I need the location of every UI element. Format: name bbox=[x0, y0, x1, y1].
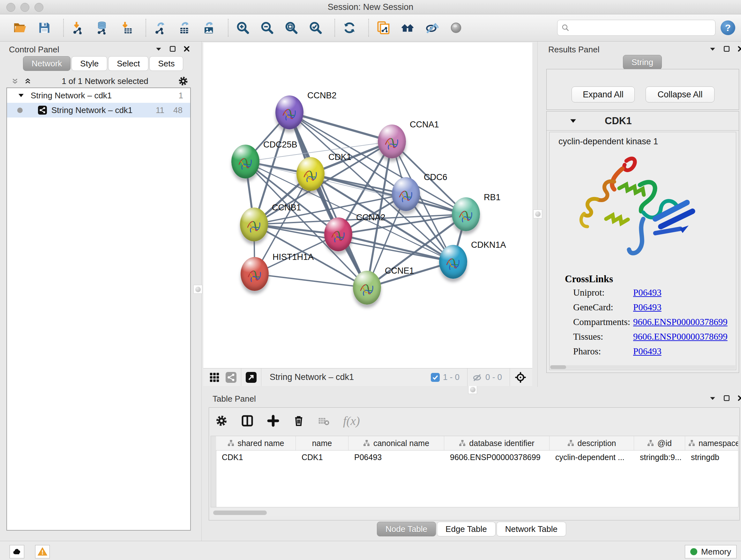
cloud-button[interactable] bbox=[10, 545, 24, 558]
column-header--id[interactable]: @id bbox=[634, 436, 685, 450]
home-networks-icon[interactable] bbox=[400, 20, 415, 36]
export-image-icon[interactable] bbox=[201, 20, 217, 36]
close-panel-icon[interactable] bbox=[737, 45, 741, 52]
network-node-RB1[interactable] bbox=[452, 197, 480, 231]
table-cell[interactable]: CDK1 bbox=[296, 450, 348, 464]
tab-style[interactable]: Style bbox=[71, 56, 107, 71]
tab-node-table[interactable]: Node Table bbox=[377, 522, 436, 537]
crosslink-link[interactable]: 9606.ENSP00000378699 bbox=[633, 331, 728, 346]
open-session-icon[interactable] bbox=[12, 20, 28, 36]
export-network-icon[interactable] bbox=[152, 20, 169, 36]
table-options-gear-icon[interactable] bbox=[215, 415, 227, 427]
network-canvas[interactable]: CCNB2CCNA1CDC25BCDK1CDC6RB1CCNB1CCNA2CDK… bbox=[203, 43, 532, 368]
maximize-panel-icon[interactable] bbox=[169, 45, 176, 52]
crosslink-link[interactable]: P06493 bbox=[633, 302, 662, 317]
network-collection-row[interactable]: String Network – cdk1 1 bbox=[7, 88, 190, 103]
close-panel-icon[interactable] bbox=[183, 45, 190, 52]
table-cell[interactable]: CDK1 bbox=[216, 450, 296, 464]
import-table-icon[interactable] bbox=[119, 20, 135, 36]
table-cell[interactable]: stringdb bbox=[685, 450, 738, 464]
table-cell[interactable]: stringdb:9... bbox=[634, 450, 685, 464]
details-scrollbar[interactable] bbox=[550, 365, 735, 369]
left-splitter-handle[interactable] bbox=[193, 285, 202, 294]
table-horizontal-scrollbar[interactable] bbox=[211, 509, 738, 516]
help-icon[interactable]: ? bbox=[721, 20, 735, 35]
show-columns-icon[interactable] bbox=[241, 415, 254, 427]
crosslink-link[interactable]: 9606.ENSP00000378699 bbox=[633, 317, 728, 331]
crosslink-link[interactable]: P06493 bbox=[633, 287, 662, 302]
column-header-canonical-name[interactable]: canonical name bbox=[348, 436, 444, 450]
network-node-CDKN1A[interactable] bbox=[439, 245, 467, 279]
maximize-panel-icon[interactable] bbox=[723, 45, 730, 52]
import-network-from-database-icon[interactable] bbox=[94, 20, 111, 36]
network-edge[interactable] bbox=[255, 274, 367, 288]
tab-string[interactable]: String bbox=[623, 55, 662, 70]
column-header-name[interactable]: name bbox=[296, 436, 348, 450]
close-panel-icon[interactable] bbox=[737, 395, 741, 401]
network-node-HIST1H1A[interactable] bbox=[241, 257, 269, 291]
zoom-fit-icon[interactable] bbox=[283, 20, 299, 36]
search-input[interactable] bbox=[572, 23, 711, 33]
grid-view-icon[interactable] bbox=[209, 372, 220, 383]
float-panel-icon[interactable] bbox=[709, 395, 716, 401]
hide-unhide-icon[interactable] bbox=[424, 20, 440, 36]
column-header-database-identifier[interactable]: database identifier bbox=[444, 436, 549, 450]
table-cell[interactable]: 9606.ENSP00000378699 bbox=[444, 450, 549, 464]
crosslink-label: Uniprot: bbox=[573, 287, 633, 302]
tab-edge-table[interactable]: Edge Table bbox=[437, 522, 495, 537]
string-import-icon[interactable] bbox=[375, 20, 391, 36]
expand-all-icon[interactable] bbox=[23, 77, 32, 85]
zoom-selected-icon[interactable] bbox=[308, 20, 324, 36]
network-node-CCNA1[interactable] bbox=[378, 125, 406, 159]
collapse-all-icon[interactable] bbox=[11, 77, 19, 85]
expand-all-button[interactable]: Expand All bbox=[571, 86, 635, 103]
gene-caret-icon[interactable] bbox=[569, 118, 577, 125]
network-node-CCNA2[interactable] bbox=[324, 217, 352, 251]
bottom-splitter-handle[interactable] bbox=[468, 385, 477, 394]
network-options-gear-icon[interactable] bbox=[178, 76, 188, 86]
tab-network-table[interactable]: Network Table bbox=[496, 522, 566, 537]
right-splitter-handle[interactable] bbox=[533, 209, 542, 219]
table-cell[interactable]: cyclin-dependent ... bbox=[549, 450, 634, 464]
warnings-button[interactable] bbox=[35, 545, 50, 558]
gene-section-header[interactable]: CDK1 bbox=[547, 111, 739, 131]
selected-checkbox-icon[interactable] bbox=[431, 373, 440, 382]
network-node-CCNB1[interactable] bbox=[240, 207, 268, 241]
memory-button[interactable]: Memory bbox=[685, 545, 737, 558]
float-panel-icon[interactable] bbox=[155, 45, 162, 52]
column-header-description[interactable]: description bbox=[549, 436, 634, 450]
network-node-CDK1[interactable] bbox=[296, 157, 325, 191]
maximize-panel-icon[interactable] bbox=[723, 395, 730, 401]
column-header-namespace[interactable]: namespace bbox=[685, 436, 738, 450]
tab-select[interactable]: Select bbox=[108, 56, 148, 71]
delete-column-icon[interactable] bbox=[293, 415, 305, 427]
network-node-CCNB2[interactable] bbox=[275, 96, 304, 129]
network-node-CDC25B[interactable] bbox=[231, 145, 259, 179]
column-header-shared-name[interactable]: shared name bbox=[216, 436, 296, 450]
collapse-all-button[interactable]: Collapse All bbox=[646, 86, 715, 103]
zoom-out-icon[interactable] bbox=[259, 20, 275, 36]
tab-network[interactable]: Network bbox=[23, 56, 71, 71]
tab-sets[interactable]: Sets bbox=[149, 56, 183, 71]
zoom-in-icon[interactable] bbox=[235, 20, 251, 36]
import-network-icon[interactable] bbox=[70, 20, 86, 36]
table-row[interactable]: CDK1CDK1P064939606.ENSP00000378699cyclin… bbox=[216, 450, 738, 464]
toolbar-search[interactable] bbox=[557, 20, 716, 36]
table-cell[interactable]: P06493 bbox=[348, 450, 444, 464]
float-panel-icon[interactable] bbox=[709, 45, 716, 52]
crosshair-icon[interactable] bbox=[515, 371, 527, 383]
crosslink-link[interactable]: P06493 bbox=[633, 346, 662, 361]
add-column-icon[interactable] bbox=[267, 415, 279, 427]
hidden-eye-icon[interactable] bbox=[472, 372, 482, 382]
refresh-icon[interactable] bbox=[341, 20, 357, 36]
export-table-icon[interactable] bbox=[177, 20, 193, 36]
save-session-icon[interactable] bbox=[37, 20, 52, 36]
network-node-CDC6[interactable] bbox=[392, 177, 420, 211]
birdseye-view-icon[interactable] bbox=[246, 372, 257, 383]
collection-caret-icon[interactable] bbox=[18, 92, 24, 99]
network-view-icon[interactable] bbox=[226, 372, 237, 383]
network-node-CCNE1[interactable] bbox=[353, 271, 381, 305]
protein-structure-image bbox=[572, 153, 706, 268]
scrollbar-thumb[interactable] bbox=[213, 510, 267, 515]
network-row[interactable]: String Network – cdk1 11 48 bbox=[7, 103, 190, 118]
